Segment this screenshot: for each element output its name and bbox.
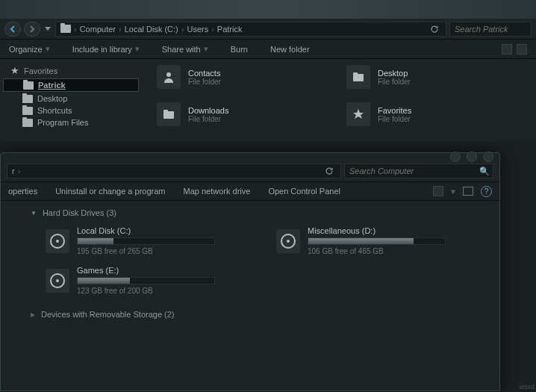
search-input[interactable] [349, 167, 488, 175]
file-favorites[interactable]: FavoritesFile folder [346, 102, 521, 126]
explorer-window-2: r› 🔍 operties Uninstall or change a prog… [0, 152, 500, 391]
forward-button[interactable] [24, 22, 40, 37]
sidebar-item-desktop[interactable]: Desktop [0, 93, 142, 105]
chevron-right-icon: › [74, 25, 77, 34]
watermark: wsxd [519, 383, 535, 391]
usage-bar [77, 237, 215, 245]
toolbar: operties Uninstall or change a program M… [1, 181, 499, 201]
help-icon[interactable]: ? [481, 186, 492, 197]
refresh-button[interactable] [322, 164, 336, 178]
organize-menu[interactable]: Organize ▾ [9, 44, 50, 54]
file-desktop[interactable]: DesktopFile folder [346, 65, 521, 89]
expand-icon: ▶ [31, 311, 35, 318]
explorer-window-1: › Computer › Local Disk (C:) › Users › P… [0, 0, 536, 141]
folder-icon [157, 102, 181, 126]
view-controls [502, 44, 527, 55]
view-controls: ▾ ? [433, 186, 492, 197]
breadcrumb-users[interactable]: Users [187, 25, 208, 34]
file-contacts[interactable]: ContactsFile folder [157, 65, 331, 89]
star-icon: ★ [10, 65, 19, 76]
svg-rect-4 [163, 110, 168, 112]
group-hard-drives[interactable]: ▼Hard Disk Drives (3) [31, 208, 484, 217]
folder-icon [22, 119, 33, 127]
sidebar-item-patrick[interactable]: Patrick [3, 78, 139, 92]
toolbar: Organize ▾ Include in library ▾ Share wi… [0, 40, 536, 59]
file-grid: ContactsFile folder DesktopFile folder D… [142, 59, 536, 141]
view-options-icon[interactable] [502, 44, 512, 55]
address-bar[interactable]: › Computer › Local Disk (C:) › Users › P… [55, 22, 446, 37]
map-drive-button[interactable]: Map network drive [184, 187, 251, 196]
minimize-button[interactable] [450, 152, 461, 162]
drive-c[interactable]: Local Disk (C:) 195 GB free of 265 GB [46, 226, 254, 255]
maximize-button[interactable] [467, 152, 477, 162]
expand-icon: ▼ [31, 210, 37, 217]
preview-pane-icon[interactable] [463, 187, 473, 196]
file-downloads[interactable]: DownloadsFile folder [157, 102, 331, 126]
window-header [0, 0, 536, 19]
dropdown-icon[interactable]: ▾ [451, 187, 455, 196]
folder-icon [22, 107, 33, 115]
search-box[interactable] [449, 22, 532, 37]
drives-grid: Local Disk (C:) 195 GB free of 265 GB Mi… [31, 226, 484, 295]
svg-rect-1 [353, 74, 364, 81]
drive-e[interactable]: Games (E:) 123 GB free of 200 GB [46, 266, 254, 295]
sidebar: ★Favorites Patrick Desktop Shortcuts Pro… [0, 59, 142, 141]
search-icon: 🔍 [479, 167, 490, 176]
burn-button[interactable]: Burn [231, 45, 248, 54]
disk-icon [46, 229, 69, 253]
favorites-header[interactable]: ★Favorites [0, 63, 142, 78]
uninstall-button[interactable]: Uninstall or change a program [55, 187, 165, 196]
content-area: ▼Hard Disk Drives (3) Local Disk (C:) 19… [1, 201, 499, 335]
svg-point-0 [166, 72, 171, 77]
breadcrumb-patrick[interactable]: Patrick [217, 25, 243, 34]
star-icon [346, 102, 370, 126]
svg-rect-2 [353, 72, 358, 75]
nav-bar: r› 🔍 [1, 153, 499, 181]
group-removable[interactable]: ▶Devices with Removable Storage (2) [31, 310, 484, 319]
disk-icon [276, 229, 300, 253]
svg-rect-3 [163, 111, 174, 119]
search-box[interactable]: 🔍 [344, 164, 493, 178]
chevron-right-icon: › [211, 25, 214, 34]
close-button[interactable] [483, 152, 493, 162]
chevron-right-icon: › [119, 25, 122, 34]
drive-d[interactable]: Miscellaneous (D:) 106 GB free of 465 GB [276, 226, 484, 255]
content-area: ★Favorites Patrick Desktop Shortcuts Pro… [0, 59, 536, 141]
view-options-icon[interactable] [433, 186, 443, 196]
refresh-button[interactable] [428, 22, 441, 36]
preview-pane-icon[interactable] [517, 44, 527, 55]
sidebar-item-programfiles[interactable]: Program Files [0, 116, 142, 128]
folder-icon [23, 81, 34, 90]
sidebar-item-shortcuts[interactable]: Shortcuts [0, 105, 142, 116]
window-controls [450, 152, 493, 162]
folder-icon [346, 65, 370, 89]
new-folder-button[interactable]: New folder [270, 45, 310, 54]
address-bar[interactable]: r› [7, 164, 341, 178]
folder-icon [22, 95, 33, 103]
share-with-menu[interactable]: Share with ▾ [162, 44, 208, 54]
breadcrumb-computer[interactable]: Computer [80, 25, 116, 34]
disk-icon [46, 269, 69, 293]
chevron-right-icon: › [181, 25, 184, 34]
search-input[interactable] [455, 25, 526, 34]
person-icon [157, 65, 181, 89]
control-panel-button[interactable]: Open Control Panel [268, 187, 340, 196]
properties-button[interactable]: operties [8, 187, 37, 196]
back-button[interactable] [4, 22, 21, 37]
breadcrumb-disk[interactable]: Local Disk (C:) [125, 25, 178, 34]
crumb-icon [60, 25, 71, 33]
usage-bar [308, 237, 446, 245]
chevron-right-icon: › [18, 167, 21, 175]
usage-bar [77, 277, 215, 284]
nav-bar: › Computer › Local Disk (C:) › Users › P… [0, 19, 536, 40]
history-dropdown[interactable] [43, 27, 52, 31]
include-library-menu[interactable]: Include in library ▾ [72, 44, 140, 54]
